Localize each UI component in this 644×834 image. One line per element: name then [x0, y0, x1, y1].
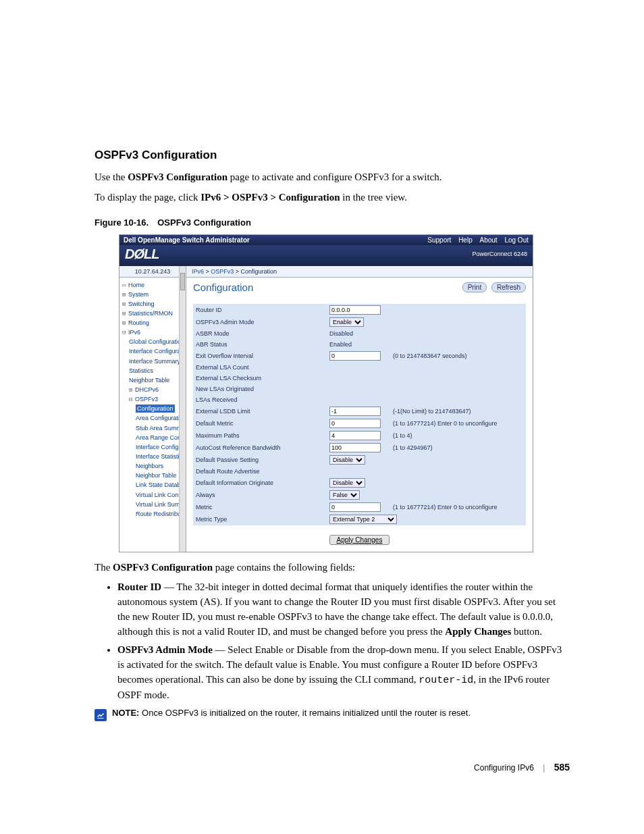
ext-lsdb-input[interactable]: [329, 407, 381, 416]
about-link[interactable]: About: [479, 236, 497, 244]
note: NOTE: Once OSPFv3 is initialized on the …: [95, 708, 570, 721]
lbl: Default Passive Setting: [193, 454, 327, 466]
t: The: [95, 562, 113, 573]
lbl: Metric Type: [193, 513, 327, 525]
tree-arearange[interactable]: Area Range Conf: [122, 433, 184, 442]
tree-system[interactable]: ⊞System: [122, 290, 184, 299]
note-label: NOTE:: [112, 708, 139, 718]
row-ext-lsa-cks: External LSA Checksum: [193, 373, 526, 384]
screenshot: Dell OpenManage Switch Administrator Sup…: [119, 234, 533, 552]
t: page to activate and configure OSPFv3 fo…: [227, 172, 441, 182]
logout-link[interactable]: Log Out: [504, 236, 529, 244]
lbl: External LSA Checksum: [193, 373, 327, 384]
lbl: Router ID: [193, 304, 327, 316]
note-body: NOTE: Once OSPFv3 is initialized on the …: [112, 708, 471, 718]
auto-bw-input[interactable]: [329, 443, 381, 452]
lbl: AutoCost Reference Bandwidth: [193, 442, 327, 454]
admin-mode-select[interactable]: Enable: [329, 317, 364, 327]
bc-current: Configuration: [241, 268, 277, 275]
tree-ifstat2[interactable]: Interface Statistic: [122, 452, 184, 461]
help-link[interactable]: Help: [458, 236, 473, 244]
tree-statsn[interactable]: Statistics: [122, 366, 184, 375]
t: in the tree view.: [340, 192, 407, 203]
apply-changes-button[interactable]: Apply Changes: [329, 535, 390, 545]
nav-ip: 10.27.64.243: [119, 266, 186, 278]
tree-switching[interactable]: ⊞Switching: [122, 299, 184, 309]
tree-ifsum[interactable]: Interface Summary: [122, 357, 184, 366]
tree-ospfv3[interactable]: ⊟OSPFv3: [122, 394, 184, 404]
tree-neightbl[interactable]: Neighbor Table: [122, 471, 184, 480]
display-text: To display the page, click IPv6 > OSPFv3…: [95, 190, 570, 205]
asbr-value: Disabled: [327, 328, 390, 339]
always-select[interactable]: False: [329, 490, 360, 500]
tree-stubarea[interactable]: Stub Area Summ: [122, 423, 184, 433]
t: OSPFv3 Configuration: [113, 562, 213, 573]
figure-caption: Figure 10-16. OSPFv3 Configuration: [95, 217, 570, 228]
nav-scrollbar[interactable]: [179, 266, 186, 552]
row-metric: Metric (1 to 16777214) Enter 0 to unconf…: [193, 501, 526, 513]
lbl: Metric: [193, 501, 327, 513]
max-paths-input[interactable]: [329, 431, 381, 440]
def-passive-select[interactable]: Disable: [329, 455, 365, 465]
router-id-input[interactable]: [329, 305, 381, 315]
page-title: Configuration: [193, 282, 253, 293]
tree-routing[interactable]: ⊞Routing: [122, 318, 184, 328]
row-asbr: ASBR Mode Disabled: [193, 328, 526, 339]
tree-ipv6[interactable]: ⊟IPv6: [122, 328, 184, 337]
logo-row: DØLL PowerConnect 6248: [119, 245, 533, 266]
tree-lsdb[interactable]: Link State Datab: [122, 480, 184, 490]
tree-home[interactable]: ▭Home: [122, 280, 184, 290]
field-admin-mode: OSPFv3 Admin Mode — Select Enable or Dis…: [117, 643, 570, 702]
tree-global[interactable]: Global Configuration: [122, 337, 184, 346]
row-new-lsa: New LSAs Originated: [193, 384, 526, 394]
row-def-metric: Default Metric (1 to 16777214) Enter 0 t…: [193, 417, 526, 429]
tree-ifconf2[interactable]: Interface Configu: [122, 442, 184, 452]
tree-stats[interactable]: ⊞Statistics/RMON: [122, 309, 184, 318]
row-exit-ovf: Exit Overflow Interval (0 to 2147483647 …: [193, 350, 526, 362]
footer-page-number: 585: [554, 762, 570, 773]
t: IPv6 > OSPFv3 > Configuration: [200, 192, 340, 203]
t: Statistics/RMON: [128, 310, 173, 317]
row-admin-mode: OSPFv3 Admin Mode Enable: [193, 316, 526, 328]
metric-type-select[interactable]: External Type 2: [329, 515, 397, 524]
t: Routing: [128, 319, 149, 326]
refresh-link[interactable]: Refresh: [491, 282, 526, 292]
metric-input[interactable]: [329, 502, 381, 512]
t: DHCPv6: [135, 386, 159, 393]
row-always: Always False: [193, 489, 526, 501]
intro-text: Use the OSPFv3 Configuration page to act…: [95, 170, 570, 185]
tree-dhcpv6[interactable]: ⊞DHCPv6: [122, 385, 184, 394]
lbl: ABR Status: [193, 339, 327, 350]
t: OSPFv3 Configuration: [128, 172, 227, 182]
topbar-links: Support Help About Log Out: [422, 236, 529, 244]
t: System: [128, 291, 149, 298]
bc-ipv6[interactable]: IPv6: [192, 268, 204, 275]
lbl: LSAs Received: [193, 394, 327, 405]
tree-redist[interactable]: Route Redistribut: [122, 509, 184, 519]
support-link[interactable]: Support: [427, 236, 451, 244]
scrollbar-thumb[interactable]: [180, 273, 185, 290]
t: OSPFv3: [135, 396, 158, 402]
tree-vlinksum[interactable]: Virtual Link Sum: [122, 500, 184, 509]
print-link[interactable]: Print: [462, 282, 487, 292]
footer-section: Configuring IPv6: [474, 763, 534, 773]
row-def-info-or: Default Information Originate Disable: [193, 477, 526, 489]
def-info-or-select[interactable]: Disable: [329, 478, 365, 488]
tree-neighbors[interactable]: Neighbors: [122, 461, 184, 471]
fields-intro: The OSPFv3 Configuration page contains t…: [95, 561, 570, 575]
exit-ovf-input[interactable]: [329, 351, 381, 361]
tree-ifcfg[interactable]: Interface Configurati: [122, 346, 184, 356]
tree-vlinkconf[interactable]: Virtual Link Confi: [122, 490, 184, 500]
def-metric-input[interactable]: [329, 419, 381, 428]
lbl: ASBR Mode: [193, 328, 327, 339]
tree-cfg[interactable]: Configuration: [122, 404, 184, 413]
tree-neigh[interactable]: Neighbor Table: [122, 375, 184, 385]
row-def-rt-adv: Default Route Advertise: [193, 466, 526, 477]
t: page contains the following fields:: [213, 562, 355, 573]
nav-tree: 10.27.64.243 ▭Home ⊞System ⊞Switching ⊞S…: [119, 266, 186, 552]
t: button.: [511, 626, 542, 637]
hint: (0 to 2147483647 seconds): [390, 350, 526, 362]
tree-areacfg[interactable]: Area Configuratio: [122, 413, 184, 423]
bc-ospfv3[interactable]: OSPFv3: [211, 268, 234, 275]
hint: (1 to 16777214) Enter 0 to unconfigure: [390, 501, 526, 513]
